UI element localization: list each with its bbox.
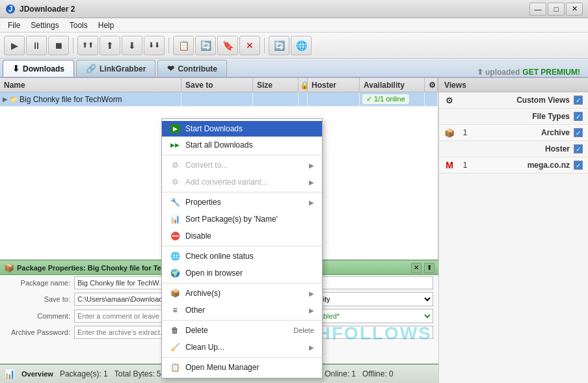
hoster-label: Hoster — [459, 144, 570, 153]
convert-icon: ⚙ — [170, 160, 180, 170]
filetypes-icon — [444, 111, 455, 122]
titlebar: J JDownloader 2 — □ ✕ — [0, 0, 588, 18]
mega-label: mega.co.nz — [475, 161, 570, 170]
td-name: ▶ 📁 Big Chonky file for TechWorm — [0, 92, 181, 106]
ctx-sort-packages[interactable]: 📊 Sort Package(s) by 'Name' — [162, 211, 322, 228]
svg-text:J: J — [8, 5, 13, 14]
ctx-delete[interactable]: 🗑 Delete Delete — [162, 322, 322, 339]
prop-password-label: Archive Password: — [5, 328, 70, 336]
th-lock: 🔒 — [299, 78, 308, 92]
tab-linkgrabber[interactable]: 🔗 LinkGrabber — [76, 60, 155, 77]
custom-views-label: Custom Views — [459, 96, 570, 105]
td-settings — [425, 92, 438, 106]
ctx-start-all-downloads[interactable]: ▶▶ Start all Downloads — [162, 137, 322, 153]
th-availability[interactable]: Availability — [360, 78, 425, 92]
toolbar-sep3 — [264, 38, 265, 53]
properties-icon: 🔧 — [170, 197, 180, 207]
ctx-convert-arrow: ▶ — [309, 162, 314, 169]
window-controls: — □ ✕ — [529, 3, 583, 16]
th-name[interactable]: Name — [0, 78, 181, 92]
ctx-add-converted[interactable]: ⚙ Add converted variant... ▶ — [162, 174, 322, 191]
ctx-menu-manager[interactable]: 📋 Open Menu Manager — [162, 359, 322, 376]
menu-settings[interactable]: Settings — [25, 20, 64, 31]
views-row-archive: 📦 1 Archive ✓ — [439, 125, 588, 141]
th-settings[interactable]: ⚙ — [425, 78, 438, 92]
stop-button[interactable]: ⏹ — [48, 36, 69, 55]
ctx-other-arrow: ▶ — [309, 307, 314, 314]
mega-icon: M — [444, 160, 455, 170]
maximize-button[interactable]: □ — [548, 3, 565, 16]
ctx-sep1 — [162, 155, 322, 155]
tab-downloads[interactable]: ⬇ Downloads — [3, 60, 74, 77]
menu-manager-icon: 📋 — [170, 362, 180, 373]
ctx-disable-label: Disable — [185, 231, 314, 241]
hoster-checkbox[interactable]: ✓ — [574, 144, 583, 153]
menu-help[interactable]: Help — [93, 20, 120, 31]
menubar: File Settings Tools Help — [0, 18, 588, 33]
move-down-bottom-button[interactable]: ⬇⬇ — [144, 36, 165, 55]
properties-detach[interactable]: ⬆ — [424, 263, 434, 273]
right-panel: Views ⚙ Custom Views ✓ File Types ✓ 📦 1 … — [438, 78, 588, 383]
sort-icon: 📊 — [170, 214, 180, 224]
ctx-other[interactable]: ≡ Other ▶ — [162, 302, 322, 319]
ctx-convert-to[interactable]: ⚙ Convert to... ▶ — [162, 157, 322, 174]
move-down-button[interactable]: ⬇ — [122, 36, 142, 55]
gear-icon[interactable]: ⚙ — [444, 95, 455, 105]
ctx-check-online[interactable]: 🌐 Check online status — [162, 248, 322, 265]
check-online-icon: 🌐 — [170, 251, 180, 261]
globe-button[interactable]: 🌐 — [291, 36, 312, 55]
overview-label: Overview — [21, 370, 53, 378]
ctx-open-browser[interactable]: 🌍 Open in browser — [162, 265, 322, 282]
premium-badge: ⬆ uploaded GET PREMIUM! — [477, 68, 585, 77]
pause-button[interactable]: ⏸ — [26, 36, 47, 55]
ctx-convert-label: Convert to... — [185, 161, 304, 170]
ctx-sep4 — [162, 283, 322, 284]
ctx-archives[interactable]: 📦 Archive(s) ▶ — [162, 285, 322, 302]
menu-file[interactable]: File — [3, 20, 25, 31]
archive-checkbox[interactable]: ✓ — [574, 128, 583, 137]
clipboard-button[interactable]: 📋 — [173, 36, 194, 55]
move-up-button[interactable]: ⬆ — [100, 36, 120, 55]
table-header: Name Save to Size 🔒 Hoster Availability … — [0, 78, 438, 92]
premium-get[interactable]: GET PREMIUM! — [522, 68, 580, 77]
ctx-properties-label: Properties — [185, 198, 304, 207]
minimize-button[interactable]: — — [529, 3, 546, 16]
toolbar-sep1 — [73, 38, 74, 53]
properties-close[interactable]: ✕ — [411, 263, 421, 273]
menu-tools[interactable]: Tools — [64, 20, 93, 31]
refresh2-button[interactable]: 🔄 — [269, 36, 289, 55]
play-button[interactable]: ▶ — [4, 36, 25, 55]
custom-views-checkbox[interactable]: ✓ — [574, 96, 583, 105]
overview-packages: Package(s): 1 — [60, 369, 108, 378]
ctx-sep6 — [162, 357, 322, 358]
views-row-mega: M 1 mega.co.nz ✓ — [439, 157, 588, 174]
move-up-top-button[interactable]: ⬆⬆ — [77, 36, 98, 55]
ctx-start-downloads[interactable]: ▶ Start Downloads — [162, 121, 322, 137]
views-row-hoster: Hoster ✓ — [439, 141, 588, 157]
ctx-cleanup[interactable]: 🧹 Clean Up... ▶ — [162, 339, 322, 356]
ctx-properties[interactable]: 🔧 Properties ▶ — [162, 194, 322, 211]
th-hoster[interactable]: Hoster — [308, 78, 360, 92]
table-row[interactable]: ▶ 📁 Big Chonky file for TechWorm ✓ 1/1 o… — [0, 92, 438, 107]
td-size — [253, 92, 299, 106]
ctx-sep3 — [162, 246, 322, 246]
archives-icon: 📦 — [170, 288, 180, 298]
filetypes-checkbox[interactable]: ✓ — [574, 112, 583, 121]
ctx-disable[interactable]: ⛔ Disable — [162, 228, 322, 244]
th-saveto[interactable]: Save to — [181, 78, 253, 92]
bookmark-button[interactable]: 🔖 — [217, 36, 238, 55]
archive-label: Archive — [475, 128, 570, 137]
overview-online: Online: 1 — [325, 369, 356, 378]
close-button[interactable]: ✕ — [566, 3, 583, 16]
views-row-gear: ⚙ Custom Views ✓ — [439, 92, 588, 109]
open-browser-icon: 🌍 — [170, 268, 180, 278]
ctx-menu-manager-label: Open Menu Manager — [185, 363, 314, 372]
mega-checkbox[interactable]: ✓ — [574, 161, 583, 170]
refresh-button[interactable]: 🔄 — [195, 36, 216, 55]
ctx-start-downloads-label: Start Downloads — [185, 124, 314, 133]
remove-button[interactable]: ✕ — [239, 36, 260, 55]
disable-icon: ⛔ — [170, 231, 180, 241]
th-size[interactable]: Size — [253, 78, 299, 92]
tab-contribute[interactable]: ❤ Contribute — [157, 60, 227, 77]
delete-icon: 🗑 — [170, 325, 180, 336]
